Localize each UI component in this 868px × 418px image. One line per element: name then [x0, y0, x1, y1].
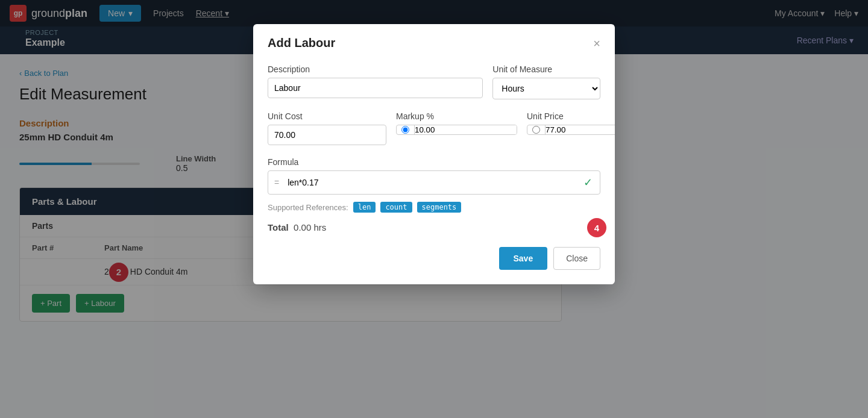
unit-of-measure-group: Unit of Measure Hours Days Weeks	[492, 64, 600, 99]
description-label: Description	[268, 64, 483, 74]
form-row-2: Unit Cost Markup % Unit Price	[268, 111, 600, 145]
ref-segments: segments	[417, 202, 462, 213]
unit-price-radio[interactable]	[532, 126, 540, 134]
formula-prefix: =	[268, 173, 285, 192]
ref-count: count	[380, 202, 412, 213]
form-row-1: Description Unit of Measure Hours Days W…	[268, 64, 600, 99]
unit-price-input[interactable]	[545, 125, 615, 134]
unit-price-group: Unit Price	[527, 111, 615, 145]
markup-label: Markup %	[396, 111, 517, 121]
modal-header: Add Labour ×	[253, 24, 615, 60]
unit-price-label: Unit Price	[527, 111, 615, 121]
total-row: Total 0.00 hrs	[268, 222, 600, 232]
markup-input[interactable]	[414, 125, 517, 134]
formula-valid-icon: ✓	[576, 171, 600, 194]
close-modal-button[interactable]: Close	[553, 247, 600, 270]
unit-of-measure-label: Unit of Measure	[492, 64, 600, 74]
unit-cost-input[interactable]	[268, 125, 386, 145]
modal-close-button[interactable]: ×	[593, 37, 600, 49]
supported-refs: Supported References: len count segments	[268, 202, 600, 213]
unit-of-measure-select[interactable]: Hours Days Weeks	[492, 78, 600, 99]
modal-body: Description Unit of Measure Hours Days W…	[253, 60, 615, 284]
description-group: Description	[268, 64, 483, 99]
formula-input[interactable]	[285, 173, 576, 192]
markup-radio[interactable]	[401, 126, 409, 134]
modal-footer: 4 Save Close	[268, 247, 600, 270]
modal-overlay: 3 Add Labour × Description Unit of Measu…	[0, 0, 868, 336]
markup-group: Markup %	[396, 111, 517, 145]
ref-len: len	[353, 202, 376, 213]
save-button[interactable]: Save	[499, 247, 548, 270]
add-labour-modal: 3 Add Labour × Description Unit of Measu…	[253, 24, 615, 284]
modal-title: Add Labour	[268, 36, 335, 50]
unit-price-radio-wrap	[527, 125, 615, 135]
formula-group: Formula = ✓	[268, 157, 600, 195]
markup-radio-wrap	[396, 125, 517, 135]
supported-refs-label: Supported References:	[268, 203, 348, 212]
formula-input-wrap: = ✓	[268, 170, 600, 195]
description-input[interactable]	[268, 78, 483, 98]
formula-label: Formula	[268, 157, 600, 167]
unit-cost-label: Unit Cost	[268, 111, 386, 121]
unit-cost-group: Unit Cost	[268, 111, 386, 145]
